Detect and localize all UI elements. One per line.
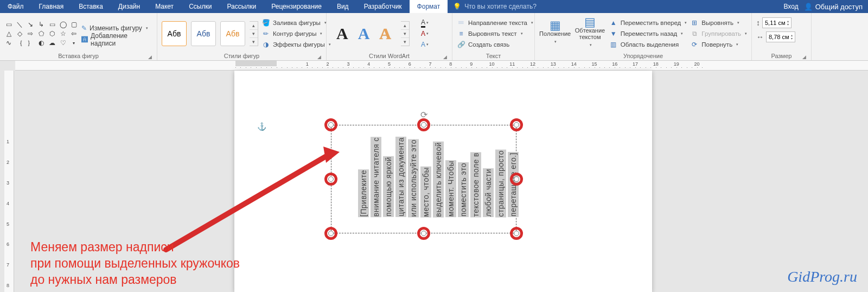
tab-review[interactable]: Рецензирование [264, 0, 329, 13]
wordart-preset-1[interactable]: A [336, 24, 348, 43]
shape-cloud-icon[interactable]: ☁ [48, 39, 56, 47]
share-button[interactable]: 👤 Общий доступ [804, 3, 863, 11]
style-preset-1[interactable]: Абв [162, 21, 187, 46]
shape-outline-button[interactable]: ✏Контур фигуры▾ [261, 29, 331, 39]
shape-more-icon[interactable]: ▾ [69, 39, 78, 47]
style-preset-3[interactable]: Абв [220, 21, 245, 46]
tab-insert[interactable]: Вставка [71, 0, 111, 13]
group-icon: ⧉ [690, 30, 699, 37]
up-icon[interactable]: ▴ [250, 22, 258, 30]
shape-heart-icon[interactable]: ♡ [59, 39, 67, 47]
shape-triangle-icon[interactable]: △ [4, 30, 13, 37]
tab-design[interactable]: Дизайн [111, 0, 148, 13]
align-text-button[interactable]: ≡Выровнять текст▾ [457, 29, 533, 39]
gallery-scroll[interactable]: ▴▾▾ [250, 21, 258, 46]
more-icon[interactable]: ▾ [250, 38, 258, 46]
wordart-scroll[interactable]: ▴▾▾ [401, 21, 410, 46]
tab-format[interactable]: Формат [410, 0, 448, 13]
wrap-text-button[interactable]: ▤ Обтекание текстом▾ [574, 19, 605, 48]
text-direction-button[interactable]: 𝄘Направление текста▾ [457, 18, 533, 28]
shape-style-gallery[interactable]: Абв Абв Абв ▴▾▾ [162, 21, 258, 46]
position-button[interactable]: ▦ Положение▾ [539, 22, 571, 45]
textbox-line: или используйте это [408, 139, 419, 217]
tab-developer[interactable]: Разработчик [356, 0, 410, 13]
group-shape-styles: Абв Абв Абв ▴▾▾ 🪣Заливка фигуры▾ ✏Контур… [157, 13, 327, 60]
launcher-icon[interactable]: ◢ [316, 54, 322, 60]
more-icon[interactable]: ▾ [401, 38, 409, 46]
launcher-icon[interactable]: ◢ [147, 54, 152, 60]
launcher-icon[interactable]: ◢ [442, 54, 448, 60]
selection-pane-button[interactable]: ▥Область выделения [609, 40, 687, 49]
shape-callout-icon[interactable]: ◐ [37, 39, 46, 47]
shape-connector-icon[interactable]: ↳ [37, 21, 46, 28]
up-icon[interactable]: ▴ [401, 22, 409, 30]
textbox-line: внимание читателя с [371, 137, 381, 217]
shape-diamond-icon[interactable]: ◇ [15, 30, 24, 37]
tab-mailings[interactable]: Рассылки [219, 0, 264, 13]
annotation-line-3: до нужных нам размеров [30, 271, 240, 288]
shape-fill-button[interactable]: 🪣Заливка фигуры▾ [261, 18, 331, 28]
shape-rrect-icon[interactable]: ▢ [69, 21, 78, 28]
send-backward-button[interactable]: ▼Переместить назад▾ [609, 29, 687, 39]
style-preset-2[interactable]: Абв [191, 21, 216, 46]
width-input[interactable]: 8,78 см▴▾ [766, 31, 795, 42]
tab-file[interactable]: Файл [0, 0, 31, 13]
text-effects-button[interactable]: A▾ [418, 40, 431, 49]
width-spinner[interactable]: ▴▾ [791, 34, 793, 40]
selected-textbox[interactable]: ⟳ [Привлекитевнимание читателя спомощью … [331, 125, 516, 233]
tell-me[interactable]: 💡 Что вы хотите сделать? [448, 0, 542, 13]
login-link[interactable]: Вход [784, 3, 799, 10]
shape-pentagon-icon[interactable]: ⬠ [37, 30, 46, 37]
ribbon: ▭＼↘↳▭◯▢ △◇⇨⬠⬡☆⇦ ∿｛｝◐☁♡▾ ✎Изменить фигуру… [0, 13, 868, 61]
launcher-icon[interactable]: ◢ [801, 54, 807, 60]
tab-layout[interactable]: Макет [148, 0, 181, 13]
tab-references[interactable]: Ссылки [181, 0, 219, 13]
shape-oval-icon[interactable]: ◯ [59, 21, 67, 28]
shape-arrow-icon[interactable]: ⇨ [26, 30, 35, 37]
group-button: ⧉Группировать▾ [690, 29, 747, 39]
shape-line2-icon[interactable]: ↘ [26, 21, 35, 28]
watermark: GidProg.ru [787, 268, 857, 285]
wrap-label: Обтекание текстом [574, 27, 605, 40]
shape-brace-icon[interactable]: ｛ [15, 39, 24, 47]
group-title-insert-shapes: Вставка фигур◢ [4, 52, 152, 60]
shape-textbox-icon[interactable]: ▭ [4, 21, 13, 28]
text-fill-button[interactable]: A▾ [418, 18, 431, 28]
tab-home[interactable]: Главная [31, 0, 72, 13]
text-outline-button[interactable]: A▾ [418, 29, 431, 39]
text-direction-label: Направление текста [468, 20, 527, 26]
wordart-gallery[interactable]: A A A ▴▾▾ [331, 21, 415, 46]
shape-hexagon-icon[interactable]: ⬡ [48, 30, 56, 37]
shape-brace2-icon[interactable]: ｝ [26, 39, 35, 47]
align-icon: ⊞ [690, 19, 699, 27]
create-link-label: Создать связь [468, 41, 509, 48]
shape-line-icon[interactable]: ＼ [15, 21, 24, 28]
shape-effects-button[interactable]: ◑Эффекты фигуры▾ [261, 40, 331, 49]
down-icon[interactable]: ▾ [250, 30, 258, 38]
rotate-button[interactable]: ⟳Повернуть▾ [690, 40, 747, 49]
shape-arrowl-icon[interactable]: ⇦ [69, 30, 78, 37]
group-title-text: Текст [457, 52, 530, 60]
text-effects-icon: A [421, 41, 425, 48]
align-text-label: Выровнять текст [468, 30, 517, 37]
document-area[interactable]: ⚓ ⟳ [Привлекитевнимание читателя спомощь… [14, 71, 868, 292]
share-icon: 👤 [804, 3, 813, 11]
height-spinner[interactable]: ▴▾ [787, 20, 789, 26]
shapes-gallery[interactable]: ▭＼↘↳▭◯▢ △◇⇨⬠⬡☆⇦ ∿｛｝◐☁♡▾ [4, 21, 78, 47]
wordart-preset-2[interactable]: A [358, 24, 370, 43]
horizontal-ruler[interactable]: 1234567891011121314151617181920 [15, 61, 868, 71]
height-value: 5,11 см [765, 20, 786, 26]
height-input[interactable]: 5,11 см▴▾ [762, 17, 792, 28]
vertical-ruler[interactable]: 12345678910 [4, 71, 14, 292]
create-link-button[interactable]: 🔗Создать связь [457, 40, 533, 49]
shape-rect-icon[interactable]: ▭ [48, 21, 56, 28]
tell-me-text: Что вы хотите сделать? [464, 3, 537, 10]
shape-curve-icon[interactable]: ∿ [4, 39, 13, 47]
align-button[interactable]: ⊞Выровнять▾ [690, 18, 747, 28]
draw-textbox-button[interactable]: 🅰Добавление надписи [81, 35, 152, 45]
bring-forward-button[interactable]: ▲Переместить вперед▾ [609, 18, 687, 28]
down-icon[interactable]: ▾ [401, 30, 409, 38]
tab-view[interactable]: Вид [329, 0, 356, 13]
wordart-preset-3[interactable]: A [379, 24, 391, 43]
shape-star-icon[interactable]: ☆ [59, 30, 67, 37]
